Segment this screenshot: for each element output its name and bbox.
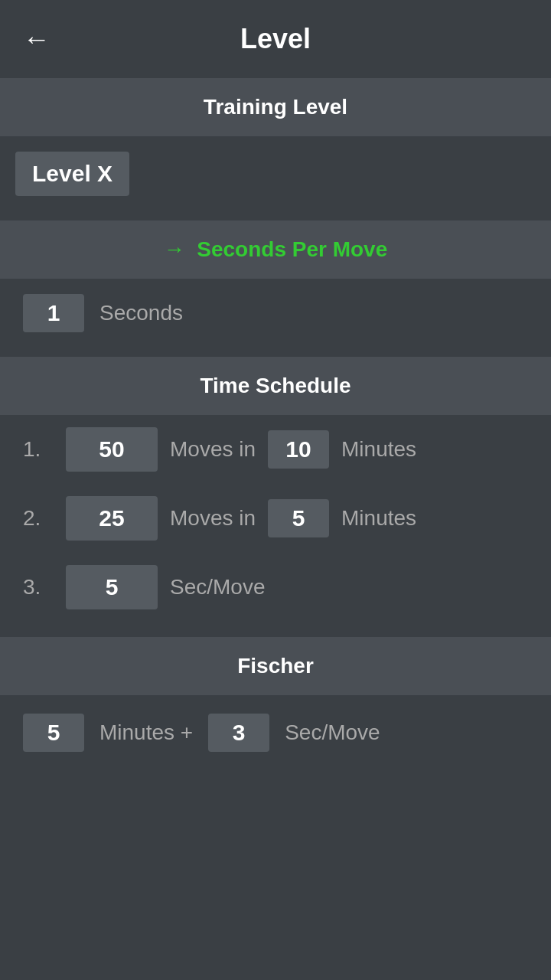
ts-moves-value-2[interactable]: 25 xyxy=(66,496,158,541)
page-title: Level xyxy=(240,23,311,55)
ts-moves-label-1: Moves in xyxy=(170,437,256,462)
ts-index-3: 3. xyxy=(23,575,54,599)
ts-moves-label-3: Sec/Move xyxy=(170,575,266,599)
training-level-section-header: Training Level xyxy=(0,78,551,136)
fischer-section-header: Fischer xyxy=(0,637,551,695)
back-button[interactable]: ← xyxy=(23,25,51,53)
fischer-minutes-value[interactable]: 5 xyxy=(23,714,84,752)
time-schedule-label: Time Schedule xyxy=(200,374,350,397)
ts-moves-value-1[interactable]: 50 xyxy=(66,427,158,472)
spm-section-header[interactable]: → Seconds Per Move xyxy=(0,220,551,279)
ts-time-value-2[interactable]: 5 xyxy=(268,499,329,537)
fischer-label: Fischer xyxy=(237,654,314,678)
fischer-row: 5 Minutes + 3 Sec/Move xyxy=(0,695,551,770)
time-schedule-row-1: 1. 50 Moves in 10 Minutes xyxy=(0,415,551,484)
ts-time-label-2: Minutes xyxy=(341,506,416,531)
training-level-label: Training Level xyxy=(204,95,347,119)
spm-row: 1 Seconds xyxy=(0,279,551,348)
ts-moves-value-3[interactable]: 5 xyxy=(66,565,158,609)
spm-value-box[interactable]: 1 xyxy=(23,294,84,332)
time-schedule-row-2: 2. 25 Moves in 5 Minutes xyxy=(0,484,551,553)
header: ← Level xyxy=(0,0,551,78)
level-value-box[interactable]: Level X xyxy=(15,152,129,196)
ts-index-1: 1. xyxy=(23,437,54,462)
arrow-icon: → xyxy=(164,237,185,261)
time-schedule-section-header: Time Schedule xyxy=(0,357,551,415)
ts-time-value-1[interactable]: 10 xyxy=(268,430,329,469)
ts-time-label-1: Minutes xyxy=(341,437,416,462)
spm-unit-label: Seconds xyxy=(99,301,183,325)
training-level-content: Level X xyxy=(0,136,551,211)
ts-index-2: 2. xyxy=(23,506,54,531)
fischer-sec-label: Sec/Move xyxy=(285,720,380,745)
time-schedule-row-3: 3. 5 Sec/Move xyxy=(0,553,551,622)
spm-label: → Seconds Per Move xyxy=(164,237,388,261)
spm-label-text: Seconds Per Move xyxy=(197,237,387,261)
fischer-sec-value[interactable]: 3 xyxy=(208,714,269,752)
fischer-minutes-label: Minutes + xyxy=(99,720,193,745)
ts-moves-label-2: Moves in xyxy=(170,506,256,531)
